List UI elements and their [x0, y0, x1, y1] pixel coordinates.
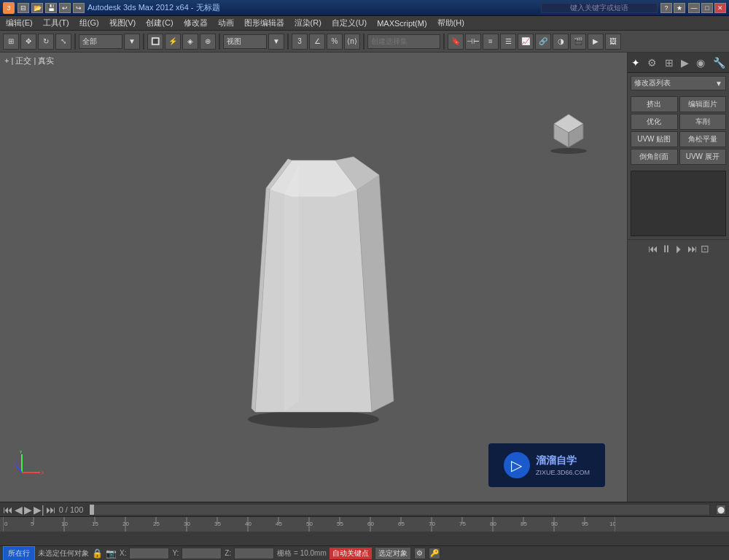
timeline-controls: ⏮ ◀ ▶ ▶| ⏭ 0 / 100 ⬤ [0, 502, 729, 517]
menu-view[interactable]: 视图(V) [105, 16, 141, 30]
spinner-snap-btn[interactable]: ⟨n⟩ [344, 34, 360, 50]
menu-animation[interactable]: 动画 [214, 16, 238, 30]
anim-last-btn[interactable]: ⊡ [701, 243, 709, 254]
key-filter2-btn[interactable]: 🔑 [429, 548, 440, 559]
menu-create[interactable]: 创建(C) [141, 16, 177, 30]
move-tool-btn[interactable]: ✥ [20, 34, 36, 50]
undo-btn[interactable]: ↩ [59, 3, 71, 13]
viewport[interactable]: + | 正交 | 真实 [0, 52, 627, 502]
anim-first-btn[interactable]: ⏮ [648, 243, 658, 254]
view-select[interactable]: 视图 [223, 34, 267, 49]
snap2-btn[interactable]: ◈ [182, 34, 198, 50]
anim-next-btn[interactable]: ⏭ [687, 243, 698, 254]
rpanel-tab-display[interactable]: ◉ [693, 55, 708, 70]
scale-tool-btn[interactable]: ⤡ [55, 34, 71, 50]
mod-uvwunwrap-btn[interactable]: UVW 展开 [679, 149, 727, 165]
material-editor-btn[interactable]: ◑ [553, 34, 569, 50]
all-in-row-btn[interactable]: 所在行 [3, 546, 35, 561]
menu-render[interactable]: 渲染(R) [290, 16, 326, 30]
render-btn[interactable]: ▶ [588, 34, 604, 50]
menu-tools[interactable]: 工具(T) [39, 16, 74, 30]
app-title: Autodesk 3ds Max 2012 x64 - 无标题 [87, 2, 220, 13]
mod-editmesh-btn[interactable]: 编辑面片 [679, 96, 727, 112]
filter-btn[interactable]: ▼ [124, 34, 140, 50]
select-tool-btn[interactable]: ⊞ [3, 34, 19, 50]
svg-text:45: 45 [276, 521, 282, 527]
menu-modifier[interactable]: 修改器 [179, 16, 212, 30]
percent-snap-btn[interactable]: % [327, 34, 343, 50]
mod-optimize-btn[interactable]: 优化 [631, 114, 678, 130]
auto-key-btn[interactable]: 自动关键点 [330, 548, 372, 559]
snapshot-icon[interactable]: 📷 [106, 548, 117, 559]
prev-frame-btn[interactable]: ◀ [15, 504, 23, 516]
timeline-thumb[interactable] [90, 505, 94, 515]
rpanel-tab-utilities[interactable]: 🔧 [710, 55, 728, 70]
snap3-btn[interactable]: ⊕ [200, 34, 216, 50]
menu-group[interactable]: 组(G) [75, 16, 104, 30]
create-selection-input[interactable] [367, 34, 440, 49]
align-btn[interactable]: ≡ [483, 34, 499, 50]
angle-snap-btn[interactable]: ∠ [309, 34, 325, 50]
next-frame-btn[interactable]: ▶| [34, 504, 44, 516]
menu-edit[interactable]: 编辑(E) [1, 16, 37, 30]
search-box[interactable]: 键入关键字或短语 [541, 3, 658, 13]
coord-z-field[interactable] [234, 548, 274, 559]
timeline-ruler[interactable]: 0 5 10 15 20 25 30 35 40 45 50 [0, 517, 729, 532]
all-select[interactable]: 全部 [79, 34, 122, 49]
set-key-btn[interactable]: 选定对象 [375, 547, 411, 560]
svg-point-0 [248, 411, 379, 428]
mod-extrude-btn[interactable]: 挤出 [631, 96, 678, 112]
menu-maxscript[interactable]: MAXScript(M) [373, 18, 431, 29]
go-start-btn[interactable]: ⏮ [3, 504, 13, 516]
schematic-btn[interactable]: 🔗 [535, 34, 551, 50]
play-btn[interactable]: ▶ [24, 504, 32, 516]
lock-icon[interactable]: 🔒 [92, 548, 103, 559]
right-panel-tabs: ✦ ⚙ ⊞ ▶ ◉ 🔧 [628, 52, 729, 73]
render-setup-btn[interactable]: 🎬 [570, 34, 586, 50]
redo-btn[interactable]: ↪ [73, 3, 85, 13]
svg-text:85: 85 [521, 521, 527, 527]
named-select-btn[interactable]: 🔖 [448, 34, 464, 50]
modifier-list-dropdown[interactable]: 修改器列表 ▼ [631, 76, 726, 90]
win-maximize-btn[interactable]: □ [701, 3, 713, 13]
rpanel-tab-modify[interactable]: ⚙ [644, 55, 660, 70]
anim-prev-btn[interactable]: ⏸ [661, 243, 671, 254]
help-btn[interactable]: ? [660, 3, 672, 13]
mirror-btn[interactable]: ⊣⊢ [465, 34, 481, 50]
layer-mgr-btn[interactable]: ☰ [500, 34, 516, 50]
3d-snap-btn[interactable]: 3 [292, 34, 308, 50]
view-dropdown-btn[interactable]: ▼ [268, 34, 284, 50]
render-frame-btn[interactable]: 🖼 [605, 34, 621, 50]
watermark-text: 溜溜自学 ZIXUE.3D66.COM [536, 453, 590, 478]
coord-x-field[interactable] [129, 548, 169, 559]
timeline-scrubber[interactable] [89, 504, 710, 516]
open-btn[interactable]: 📂 [31, 3, 43, 13]
win-minimize-btn[interactable]: — [688, 3, 700, 13]
cube-navigator[interactable] [547, 111, 590, 155]
anim-play-btn[interactable]: ⏵ [674, 243, 685, 254]
favorites-btn[interactable]: ★ [674, 3, 685, 13]
play-controls: ⏮ ◀ ▶ ▶| ⏭ [3, 504, 56, 516]
coord-y-field[interactable] [182, 548, 222, 559]
mod-lathe-btn[interactable]: 车削 [679, 114, 727, 130]
keyframe-btn[interactable]: ⬤ [716, 505, 726, 515]
save-btn[interactable]: 💾 [45, 3, 57, 13]
magnet-btn[interactable]: 🔳 [147, 34, 163, 50]
curve-editor-btn[interactable]: 📈 [518, 34, 534, 50]
svg-text:70: 70 [429, 521, 435, 527]
mod-bevelprofile-btn[interactable]: 倒角剖面 [631, 149, 678, 165]
rpanel-tab-motion[interactable]: ▶ [678, 55, 692, 70]
minimize-group-btn[interactable]: ⊟ [17, 3, 29, 13]
snap-btn[interactable]: ⚡ [165, 34, 181, 50]
go-end-btn[interactable]: ⏭ [46, 504, 56, 516]
rpanel-tab-hierarchy[interactable]: ⊞ [662, 55, 677, 70]
menu-help[interactable]: 帮助(H) [433, 16, 469, 30]
menu-graph-editor[interactable]: 图形编辑器 [240, 16, 289, 30]
menu-customize[interactable]: 自定义(U) [327, 16, 371, 30]
mod-uvwmap-btn[interactable]: UVW 贴图 [631, 131, 678, 147]
key-filter-btn[interactable]: ⚙ [414, 548, 426, 559]
mod-relax-btn[interactable]: 角松平量 [679, 131, 727, 147]
rotate-tool-btn[interactable]: ↻ [38, 34, 54, 50]
win-close-btn[interactable]: ✕ [714, 3, 726, 13]
rpanel-tab-create[interactable]: ✦ [628, 55, 643, 70]
